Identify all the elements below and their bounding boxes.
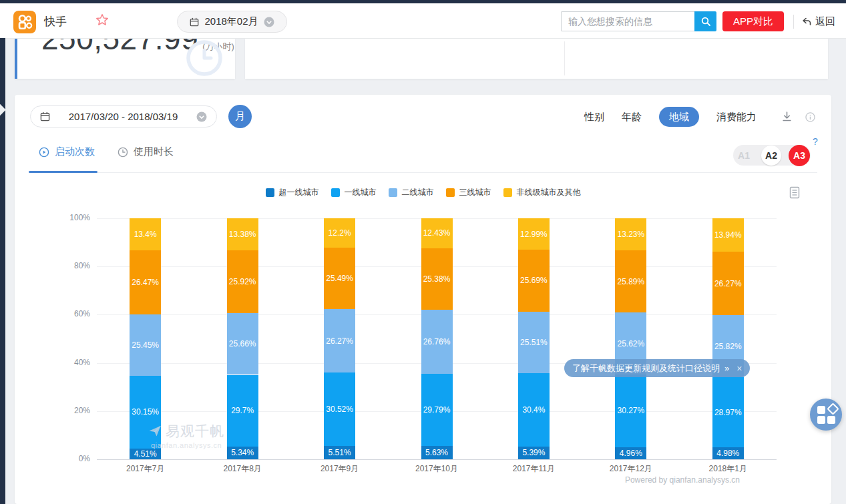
bar-value-label: 5.34%: [231, 448, 254, 457]
paper-plane-icon: [148, 425, 162, 438]
bar-value-label: 5.63%: [425, 448, 448, 457]
bar-value-label: 5.39%: [522, 448, 545, 457]
report-month-selector[interactable]: 2018年02月: [177, 11, 287, 33]
bar-segment[interactable]: 25.49%: [324, 248, 355, 309]
card-accent-bar: [15, 38, 17, 79]
x-axis-label: 2018年1月: [681, 463, 775, 475]
bar-segment[interactable]: 26.27%: [324, 309, 355, 372]
bar-value-label: 26.27%: [714, 279, 742, 288]
bar-segment[interactable]: 29.79%: [421, 374, 453, 446]
grid-icon: [817, 416, 825, 424]
bar-value-label: 25.82%: [714, 342, 742, 351]
card-divider: [564, 41, 565, 75]
back-arrow-icon: [801, 16, 812, 27]
bar-segment[interactable]: 4.98%: [712, 447, 744, 459]
bar-value-label: 4.96%: [620, 449, 642, 458]
data-rules-notice: 了解千帆数据更新规则及统计口径说明 » ×: [564, 359, 750, 377]
diamond-icon: [827, 403, 839, 415]
bar-segment[interactable]: 13.4%: [130, 218, 161, 250]
bar-value-label: 25.45%: [132, 340, 159, 350]
bar-segment[interactable]: 25.92%: [227, 250, 258, 313]
bar-segment[interactable]: 13.38%: [227, 218, 258, 250]
favorite-star-icon[interactable]: [95, 13, 109, 29]
audience-analysis-panel: 2017/03/20 - 2018/03/19 月 性别 年龄 地域 消费能力: [15, 95, 831, 504]
bar-segment[interactable]: 25.66%: [227, 313, 258, 375]
bar-value-label: 25.38%: [423, 274, 451, 284]
x-axis-label: 2017年8月: [196, 463, 289, 475]
notice-text[interactable]: 了解千帆数据更新规则及统计口径说明: [572, 362, 720, 374]
bar-segment[interactable]: 25.51%: [518, 312, 550, 373]
bar-segment[interactable]: 5.39%: [518, 447, 550, 459]
bar-value-label: 29.7%: [231, 406, 254, 415]
search-button[interactable]: [694, 11, 716, 31]
bar-value-label: 4.98%: [716, 449, 739, 458]
bar-value-label: 12.99%: [520, 230, 548, 239]
bar-segment[interactable]: 30.27%: [615, 374, 646, 447]
bar-value-label: 25.49%: [326, 274, 353, 283]
y-axis-tick-label: 60%: [41, 309, 90, 318]
x-axis-label: 2017年12月: [584, 463, 678, 475]
bar-value-label: 30.52%: [326, 405, 353, 414]
bar-segment[interactable]: 4.96%: [615, 447, 646, 459]
notice-more-link[interactable]: »: [724, 363, 729, 373]
x-axis-label: 2017年7月: [99, 463, 192, 475]
bar-segment[interactable]: 26.27%: [712, 252, 744, 315]
bar-segment[interactable]: 12.43%: [421, 218, 453, 248]
window-frame-left: [0, 38, 5, 504]
bar-segment[interactable]: 25.38%: [421, 248, 453, 310]
stat-value: 250,527.99: [41, 38, 198, 56]
watermark-title: 易观千帆: [166, 422, 224, 441]
bar-segment[interactable]: 25.69%: [518, 250, 550, 312]
x-axis-label: 2017年10月: [390, 463, 483, 475]
bar-value-label: 12.2%: [329, 228, 351, 238]
powered-by-text: Powered by qianfan.analysys.cn: [625, 475, 740, 485]
bar-value-label: 13.94%: [714, 230, 742, 240]
y-axis-tick-label: 20%: [41, 406, 90, 415]
clock-icon: [186, 39, 223, 79]
bar-segment[interactable]: 12.2%: [324, 218, 355, 248]
back-button[interactable]: 返回: [801, 13, 835, 29]
floating-widget-button[interactable]: [810, 399, 842, 431]
bar-segment[interactable]: 4.51%: [130, 449, 161, 459]
y-axis-tick-label: 0%: [41, 454, 90, 463]
bar-value-label: 13.23%: [617, 230, 644, 239]
notice-close-icon[interactable]: ×: [736, 363, 742, 374]
adjacent-stat-card: [245, 38, 828, 79]
bar-value-label: 25.69%: [520, 276, 548, 285]
sidebar-collapse-handle[interactable]: [0, 103, 6, 115]
bar-segment[interactable]: 28.97%: [712, 377, 744, 447]
bar-value-label: 13.4%: [134, 230, 157, 239]
x-axis-line: [97, 459, 777, 460]
bar-segment[interactable]: 26.47%: [130, 250, 161, 314]
bar-segment[interactable]: 12.99%: [518, 218, 550, 250]
bar-value-label: 30.15%: [132, 407, 159, 417]
kuaishou-logo: [13, 11, 36, 33]
app-compare-button[interactable]: APP对比: [722, 11, 784, 31]
usage-duration-stat-card: 250,527.99 (万小时): [15, 38, 235, 79]
header: 快手 2018年02月 APP对比: [0, 3, 846, 39]
bar-segment[interactable]: 13.23%: [615, 218, 646, 250]
bar-segment[interactable]: 30.4%: [518, 373, 550, 447]
y-axis-tick-label: 40%: [41, 358, 90, 367]
app-title: 快手: [44, 14, 67, 29]
bar-segment[interactable]: 25.45%: [130, 314, 161, 376]
bar-segment[interactable]: 13.94%: [712, 218, 744, 252]
bar-value-label: 26.76%: [423, 337, 451, 346]
bar-segment[interactable]: 5.51%: [324, 446, 355, 459]
y-axis-tick-label: 100%: [41, 213, 90, 222]
bar-value-label: 4.51%: [134, 449, 157, 459]
bar-value-label: 29.79%: [423, 405, 451, 415]
bar-segment[interactable]: 30.52%: [324, 372, 355, 446]
bar-segment[interactable]: 26.76%: [421, 310, 453, 374]
calendar-icon: [190, 17, 199, 27]
bar-value-label: 25.92%: [229, 277, 256, 286]
grid-icon: [817, 406, 825, 414]
search-icon: [700, 16, 711, 27]
back-button-label: 返回: [815, 15, 835, 28]
bar-segment[interactable]: 5.63%: [421, 446, 453, 459]
search-input[interactable]: [561, 11, 702, 31]
bar-value-label: 5.51%: [329, 448, 351, 457]
bar-segment[interactable]: 25.89%: [615, 250, 646, 312]
bar-value-label: 25.51%: [520, 338, 548, 347]
bar-value-label: 30.27%: [617, 406, 644, 415]
